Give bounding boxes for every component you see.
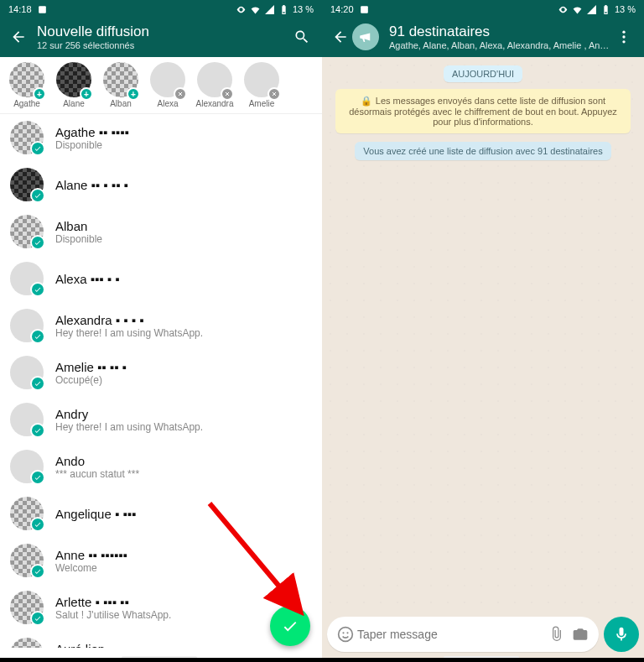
clock: 14:18 [8,4,32,14]
contact-name: Arlette ▪ ▪▪▪ ▪▪ [55,595,312,609]
added-badge-icon [80,87,93,101]
selected-chip[interactable]: Amelie [238,62,285,108]
selected-chip[interactable]: Alexandra [191,62,238,108]
contact-status: *** aucun statut *** [55,468,312,480]
selected-check-icon [30,188,45,203]
contact-row[interactable]: Anne ▪▪ ▪▪▪▪▪▪Welcome [0,537,322,584]
contact-name: Andry [55,407,312,421]
selected-check-icon [30,329,45,344]
svg-rect-2 [361,6,368,13]
status-indicators: 13 % [236,4,314,15]
signal-icon [586,4,597,15]
chat-header[interactable]: 91 destinataires Agathe, Alane, Alban, A… [382,23,610,50]
status-bar: 14:20 13 % [322,0,644,18]
remove-chip-icon[interactable] [221,87,234,101]
contact-status: Occupé(e) [55,374,312,386]
selected-chip[interactable]: Alban [97,62,144,108]
emoji-button[interactable] [334,626,357,643]
contact-name: Alexa ▪▪▪ ▪ ▪ [55,272,312,286]
remove-chip-icon[interactable] [174,87,187,101]
contact-row[interactable]: Alexandra ▪ ▪ ▪ ▪Hey there! I am using W… [0,302,322,349]
added-badge-icon [33,87,46,101]
contact-row[interactable]: Amelie ▪▪ ▪▪ ▪Occupé(e) [0,349,322,396]
contact-name: Anne ▪▪ ▪▪▪▪▪▪ [55,548,312,562]
confirm-fab[interactable] [270,606,310,646]
svg-point-4 [622,35,625,38]
svg-point-8 [346,632,348,633]
camera-icon [572,626,589,643]
chip-label: Alexandra [191,99,238,108]
mic-button[interactable] [604,617,639,652]
status-bar: 14:18 13 % [0,0,322,18]
contact-row[interactable]: Ando*** aucun statut *** [0,443,322,490]
contact-name: Ando [55,454,312,468]
clock: 14:20 [330,4,354,14]
remove-chip-icon[interactable] [267,87,281,101]
emoji-icon [337,626,354,643]
app-bar: Nouvelle diffusion 12 sur 256 sélectionn… [0,18,322,57]
battery-pct: 13 % [615,4,636,14]
search-icon [293,29,310,45]
chip-label: Alban [97,99,144,108]
svg-point-6 [339,628,353,642]
battery-pct: 13 % [293,4,314,14]
contact-row[interactable]: Angelique ▪ ▪▪▪ [0,490,322,537]
selected-check-icon [30,376,45,391]
svg-point-3 [622,31,625,34]
selected-check-icon [30,611,45,626]
selected-check-icon [30,235,45,250]
mic-icon [613,626,630,643]
broadcast-avatar[interactable] [352,23,379,50]
chat-app-bar: 91 destinataires Agathe, Alane, Alban, A… [322,18,644,57]
contact-status: Hey there! I am using WhatsApp. [55,327,312,339]
arrow-back-icon [332,29,349,45]
contact-name: Alexandra ▪ ▪ ▪ ▪ [55,313,312,327]
battery-icon [600,4,611,15]
contact-row[interactable]: AlbanDisponible [0,208,322,255]
selected-chips: AgatheAlaneAlbanAlexaAlexandraAmelie [0,57,322,114]
more-vert-icon [615,29,632,45]
contact-row[interactable]: Alexa ▪▪▪ ▪ ▪ [0,255,322,302]
composer-pill [327,617,599,652]
chat-title: 91 destinataires [389,23,610,40]
eye-icon [236,4,247,15]
contact-row[interactable]: Alane ▪▪ ▪ ▪▪ ▪ [0,161,322,208]
composer [327,616,639,653]
svg-rect-0 [39,6,46,13]
svg-point-5 [622,40,625,43]
contact-row[interactable]: AndryHey there! I am using WhatsApp. [0,396,322,443]
status-indicators: 13 % [558,4,636,15]
lock-icon: 🔒 [361,96,372,107]
chip-label: Amelie [238,99,285,108]
chip-label: Agathe [3,99,50,108]
contact-name: Alban [55,219,312,233]
camera-button[interactable] [569,626,592,643]
selected-chip[interactable]: Alexa [144,62,191,108]
date-chip: AUJOURD'HUI [444,65,522,82]
selected-check-icon [30,423,45,438]
chat-body[interactable]: AUJOURD'HUI 🔒Les messages envoyés dans c… [322,57,644,604]
system-message: Vous avez créé une liste de diffusion av… [355,142,610,160]
attach-icon [548,626,565,643]
contact-status: Disponible [55,233,312,245]
contact-name: Agathe ▪▪ ▪▪▪▪ [55,125,312,139]
back-button[interactable] [7,25,30,49]
selected-chip[interactable]: Agathe [3,62,50,108]
contact-list[interactable]: Agathe ▪▪ ▪▪▪▪DisponibleAlane ▪▪ ▪ ▪▪ ▪A… [0,114,322,648]
back-button[interactable] [329,25,352,49]
contact-row[interactable]: Agathe ▪▪ ▪▪▪▪Disponible [0,114,322,161]
search-button[interactable] [288,29,315,45]
contact-name: Angelique ▪ ▪▪▪ [55,507,312,521]
contact-name: Alane ▪▪ ▪ ▪▪ ▪ [55,178,312,192]
menu-button[interactable] [610,29,637,45]
message-input[interactable] [357,628,545,641]
page-title: Nouvelle diffusion [37,23,288,40]
check-icon [281,617,299,635]
selected-chip[interactable]: Alane [50,62,97,108]
svg-point-7 [342,632,344,633]
contact-name: Amelie ▪▪ ▪▪ ▪ [55,360,312,374]
contact-name: Auré lien [55,642,312,649]
attach-button[interactable] [545,626,569,643]
encryption-banner[interactable]: 🔒Les messages envoyés dans cette liste d… [335,89,631,133]
signal-icon [264,4,275,15]
